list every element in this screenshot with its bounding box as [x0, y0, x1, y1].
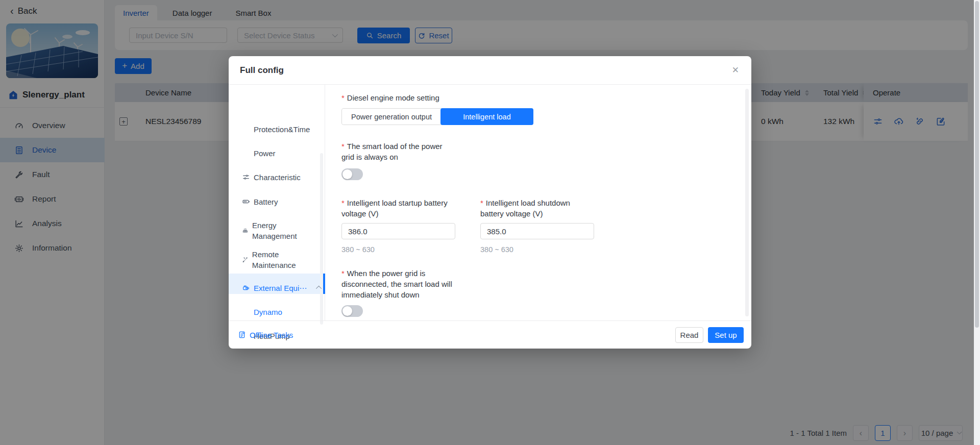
battery-icon: [242, 197, 250, 206]
modal-title: Full config: [240, 65, 284, 76]
nav-item-power[interactable]: Power: [229, 145, 325, 161]
shutdown-voltage-label: *Intelligent load shutdown battery volta…: [480, 197, 589, 219]
chevron-up-icon: [316, 286, 322, 291]
modal-nav: Protection&Time Power Characteristic Bat…: [229, 85, 325, 320]
shutdown-voltage-input[interactable]: [480, 223, 594, 239]
toggle-knob: [342, 306, 352, 316]
startup-voltage-label: *Intelligent load startup battery voltag…: [341, 197, 470, 219]
required-mark: *: [341, 142, 345, 151]
scrollbar-thumb[interactable]: [975, 1, 979, 328]
setup-button[interactable]: Set up: [708, 327, 744, 343]
grid-disconnect-toggle[interactable]: [341, 305, 363, 317]
nav-item-dynamo[interactable]: Dynamo: [229, 304, 325, 319]
offline-tasks-link[interactable]: Offline Tasks: [238, 331, 293, 339]
generator-icon: [242, 284, 250, 292]
solar-panel-icon: [242, 227, 249, 235]
option-power-generation-output[interactable]: Power generation output: [342, 109, 441, 125]
required-mark: *: [341, 93, 345, 102]
nav-item-external-equipment[interactable]: External Equi⋯: [229, 280, 325, 295]
smart-load-toggle[interactable]: [341, 168, 363, 180]
task-document-icon: [238, 331, 246, 339]
modal-header: Full config ✕: [229, 56, 751, 85]
option-intelligent-load[interactable]: Intelligent load: [440, 108, 533, 125]
nav-item-remote-maintenance[interactable]: Remote Maintenance: [229, 249, 310, 270]
nav-item-characteristic[interactable]: Characteristic: [229, 169, 325, 185]
shutdown-voltage-range: 380 ~ 630: [480, 245, 513, 254]
required-mark: *: [341, 199, 345, 207]
nav-item-energy-management[interactable]: Energy Management: [229, 220, 310, 241]
diesel-mode-segmented: Power generation output Intelligent load: [341, 108, 533, 125]
page-scrollbar[interactable]: [974, 0, 980, 445]
modal-scrollbar[interactable]: [745, 89, 749, 316]
startup-voltage-input[interactable]: [341, 223, 455, 239]
nav-item-protection-time[interactable]: Protection&Time: [229, 121, 325, 137]
smart-load-label: *The smart load of the power grid is alw…: [341, 141, 446, 162]
device-management-page: ‹ Back: [0, 0, 980, 445]
toggle-knob: [342, 169, 352, 179]
required-mark: *: [341, 269, 345, 278]
nav-item-battery[interactable]: Battery: [229, 194, 325, 209]
required-mark: *: [480, 199, 483, 207]
startup-voltage-range: 380 ~ 630: [341, 245, 375, 254]
close-icon[interactable]: ✕: [732, 65, 739, 76]
full-config-modal: Full config ✕ Protection&Time Power Char…: [229, 56, 751, 349]
tools-icon: [242, 256, 249, 264]
diesel-mode-label: *Diesel engine mode setting: [341, 92, 439, 103]
sliders-icon: [242, 173, 250, 181]
grid-disconnect-label: *When the power grid is disconnected, th…: [341, 268, 469, 300]
read-button[interactable]: Read: [675, 327, 703, 343]
modal-footer: Offline Tasks Read Set up: [229, 320, 751, 349]
